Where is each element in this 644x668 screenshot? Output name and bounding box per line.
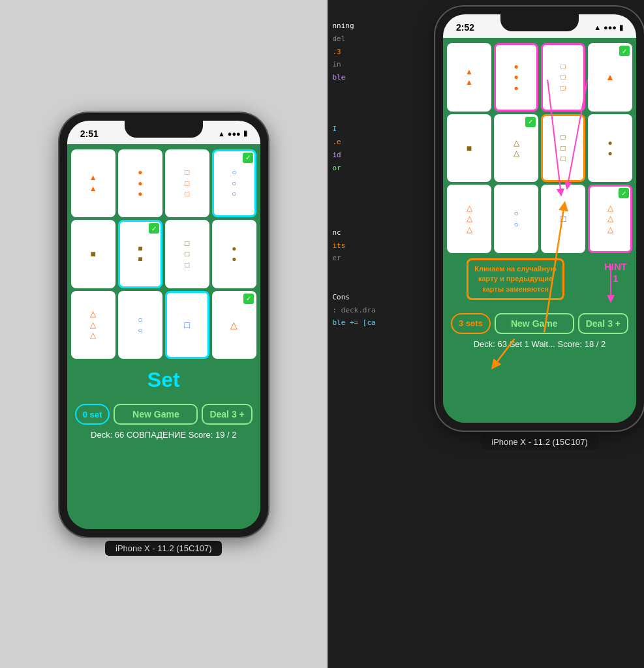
card-1-4[interactable]: ✓ ○ ○ ○	[212, 149, 256, 218]
card-2-4[interactable]: ● ●	[212, 220, 256, 288]
shape-7: □	[185, 179, 189, 188]
r-shape-17: ●	[607, 149, 612, 158]
card-3-1[interactable]: △ △ △	[71, 291, 115, 359]
right-cards-row2: ■ ✓ △ △ □ □ □	[447, 114, 632, 183]
left-phone-wrapper: 2:51 ▲ ●●● ▮ ▲ ▲ ●	[0, 0, 328, 668]
shape-19: ●	[232, 254, 236, 264]
shape-2: ▲	[89, 184, 97, 193]
r-card-2-4[interactable]: ● ●	[588, 114, 632, 183]
deal-button-right[interactable]: Deal 3 +	[578, 313, 628, 334]
shape-24: ○	[138, 326, 142, 335]
r-shape-22: ○	[514, 220, 518, 229]
left-bottom-controls: 0 set New Game Deal 3 + Deck: 66 СОВПАДЕ…	[71, 401, 256, 445]
shape-14: ■	[138, 254, 142, 264]
card-2-3[interactable]: □ □ □	[165, 220, 209, 288]
left-time: 2:51	[80, 129, 99, 139]
left-status-text: Deck: 66 СОВПАДЕНИЕ Score: 19 / 2	[91, 429, 236, 441]
deal-button-left[interactable]: Deal 3 +	[202, 404, 252, 425]
right-bottom-controls: 3 sets New Game Deal 3 + Deck: 63 Set 1 …	[447, 311, 632, 354]
r-card-1-1[interactable]: ▲ ▲	[447, 43, 491, 112]
r-card-3-2[interactable]: ○ ○	[494, 185, 538, 253]
checkmark-2: ✓	[149, 223, 159, 234]
r-shape-7: □	[560, 72, 565, 82]
shape-10: ○	[232, 179, 236, 188]
right-phone: 2:52 ▲ ●●● ▮ ▲ ▲	[435, 7, 644, 431]
r-card-2-1[interactable]: ■	[447, 114, 491, 183]
battery-icon: ▮	[243, 129, 247, 138]
r-card-1-3[interactable]: □ □ □	[541, 43, 585, 112]
sets-button-right[interactable]: 3 sets	[451, 313, 491, 334]
shape-4: ●	[138, 179, 142, 188]
battery-icon-right: ▮	[619, 23, 623, 32]
shape-8: □	[185, 189, 189, 198]
r-shape-14: □	[560, 144, 565, 153]
r-shape-5: ●	[514, 84, 518, 93]
wifi-icon: ▲	[218, 130, 225, 138]
new-game-button-left[interactable]: New Game	[114, 404, 198, 425]
shape-22: △	[90, 331, 96, 340]
left-phone: 2:51 ▲ ●●● ▮ ▲ ▲ ●	[59, 113, 268, 537]
shape-21: △	[90, 320, 96, 329]
shape-3: ●	[138, 168, 142, 177]
shape-20: △	[90, 309, 96, 318]
right-notch	[500, 14, 579, 31]
r-card-3-4[interactable]: ✓ △ △ △	[588, 185, 632, 253]
shape-5: ●	[138, 189, 142, 198]
r-shape-18: △	[467, 204, 472, 213]
r-shape-13: □	[560, 132, 565, 142]
left-screen: 2:51 ▲ ●●● ▮ ▲ ▲ ●	[67, 121, 260, 529]
r-shape-2: ▲	[465, 78, 473, 87]
r-card-2-3[interactable]: □ □ □	[541, 114, 585, 183]
r-shape-19: △	[467, 214, 472, 223]
annotation-text: Кликаем на случайную карту и предыдущие …	[474, 265, 557, 293]
right-side: nning del .3 in ble I .e id or nc its er…	[328, 0, 645, 668]
left-cards-row2: ■ ✓ ■ ■ □ □ □ ●	[71, 220, 256, 288]
shape-9: ○	[232, 168, 236, 177]
card-2-2[interactable]: ✓ ■ ■	[118, 220, 162, 288]
r-shape-10: ■	[467, 143, 472, 154]
left-notch	[125, 121, 203, 138]
r-shape-24: △	[607, 204, 613, 213]
left-game-area: ▲ ▲ ● ● ● □ □ □	[67, 144, 260, 529]
shape-13: ■	[138, 244, 142, 253]
sets-button-left[interactable]: 0 set	[75, 404, 110, 425]
card-2-1[interactable]: ■	[71, 220, 115, 288]
left-device-label: iPhone X - 11.2 (15C107)	[105, 541, 222, 556]
r-shape-11: △	[514, 138, 519, 147]
r-shape-6: □	[560, 62, 565, 71]
shape-26: △	[230, 320, 238, 331]
signal-icon-right: ●●●	[604, 23, 617, 31]
r-shape-20: △	[467, 225, 472, 234]
r-shape-26: △	[607, 225, 613, 234]
r-shape-4: ●	[514, 72, 518, 82]
card-1-2[interactable]: ● ● ●	[118, 149, 162, 218]
r-shape-23: □	[560, 213, 566, 224]
signal-icon: ●●●	[228, 130, 241, 138]
right-status-text: Deck: 63 Set 1 Wait... Score: 18 / 2	[474, 338, 606, 350]
card-1-1[interactable]: ▲ ▲	[71, 149, 115, 218]
r-card-3-3[interactable]: □	[541, 185, 585, 253]
r-card-3-1[interactable]: △ △ △	[447, 185, 491, 253]
checkmark-3: ✓	[243, 294, 254, 304]
shape-25: □	[185, 320, 190, 331]
shape-17: □	[185, 260, 189, 269]
card-3-3[interactable]: □	[165, 291, 209, 359]
card-3-4[interactable]: ✓ △	[212, 291, 256, 359]
r-shape-3: ●	[514, 62, 518, 71]
r-shape-12: △	[514, 149, 519, 158]
r-checkmark-2: ✓	[525, 117, 536, 127]
right-device-label: iPhone X - 11.2 (15C107)	[481, 434, 598, 449]
annotation-box: Кликаем на случайную карту и предыдущие …	[467, 258, 564, 300]
shape-11: ○	[232, 189, 236, 198]
r-card-1-2[interactable]: ● ● ●	[494, 43, 538, 112]
r-card-2-2[interactable]: ✓ △ △	[494, 114, 538, 183]
shape-18: ●	[232, 244, 236, 253]
r-card-1-4[interactable]: ✓ ▲	[588, 43, 632, 112]
shape-6: □	[185, 168, 189, 177]
new-game-button-right[interactable]: New Game	[495, 313, 574, 334]
annotation-spacer: Кликаем на случайную карту и предыдущие …	[447, 256, 632, 308]
shape-16: □	[185, 249, 189, 258]
card-3-2[interactable]: ○ ○	[118, 291, 162, 359]
card-1-3[interactable]: □ □ □	[165, 149, 209, 218]
hint-label: HINT1	[604, 261, 627, 284]
